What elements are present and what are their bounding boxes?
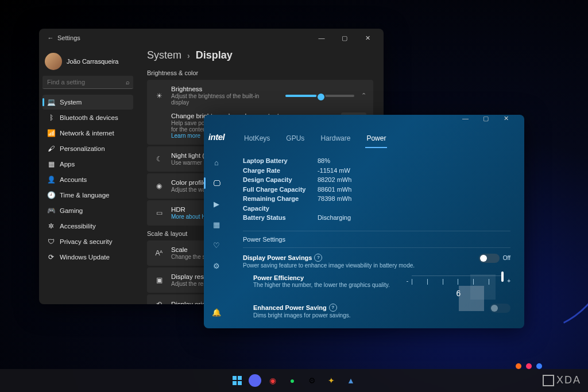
eps-title: Enhanced Power Saving xyxy=(253,304,327,311)
info-label: Remaining Charge Capacity xyxy=(243,194,318,213)
home-icon[interactable]: ⌂ xyxy=(207,153,226,172)
close-button[interactable]: ✕ xyxy=(356,29,379,47)
info-label: Full Charge Capacity xyxy=(243,185,318,195)
dps-toggle[interactable] xyxy=(479,254,500,263)
sidebar-item-personalization[interactable]: 🖌Personalization xyxy=(42,141,133,156)
chevron-right-icon: › xyxy=(187,51,190,60)
info-row: Battery StatusDischarging xyxy=(243,213,510,223)
scale-icon: Aᴬ xyxy=(154,249,164,257)
profile[interactable]: João Carrasqueira xyxy=(42,49,133,76)
taskbar-app-icon[interactable]: ◉ xyxy=(265,372,281,389)
nav-icon: 📶 xyxy=(47,129,55,137)
system-icon[interactable]: ▦ xyxy=(207,215,226,234)
nav-icon: 🛡 xyxy=(47,238,55,246)
support-icon[interactable]: ♡ xyxy=(207,236,226,254)
sun-icon: ☀ xyxy=(154,92,164,100)
start-button[interactable] xyxy=(229,372,245,389)
tab-gpus[interactable]: GPUs xyxy=(285,132,305,148)
xda-watermark: XDA xyxy=(543,374,581,386)
back-button[interactable]: ← xyxy=(44,34,57,41)
nav-icon: ⟳ xyxy=(47,253,55,261)
avatar xyxy=(45,53,62,70)
search-icon: ⌕ xyxy=(126,79,130,86)
eps-desc: Dims bright images for power savings. xyxy=(253,312,481,319)
hdr-icon: ▭ xyxy=(154,209,164,217)
decoration xyxy=(459,286,484,311)
taskbar-app-icon[interactable]: ● xyxy=(284,372,300,389)
taskbar: ◉ ● ⚙ ✦ ▲ xyxy=(0,369,588,392)
sidebar-item-apps[interactable]: ▦Apps xyxy=(42,157,133,172)
help-icon[interactable]: ? xyxy=(329,304,337,312)
search-input[interactable] xyxy=(42,76,133,89)
maximize-button[interactable]: ▢ xyxy=(483,115,504,132)
help-icon[interactable]: ? xyxy=(314,254,322,262)
bell-icon[interactable]: 🔔 xyxy=(207,303,226,321)
taskbar-app-icon[interactable]: ▲ xyxy=(343,372,359,389)
sidebar-item-windows-update[interactable]: ⟳Windows Update xyxy=(42,250,133,265)
maximize-button[interactable]: ▢ xyxy=(333,29,356,47)
info-value: 88202 mWh xyxy=(318,175,351,185)
battery-info-table: Laptop Battery88%Charge Rate-11514 mWDes… xyxy=(243,156,510,223)
nav-label: Accounts xyxy=(60,176,87,183)
dps-title: Display Power Savings xyxy=(243,254,312,261)
sidebar-item-time-language[interactable]: 🕘Time & language xyxy=(42,188,133,203)
brightness-slider[interactable] xyxy=(285,95,354,97)
nav-label: Network & internet xyxy=(60,130,114,137)
sidebar-item-gaming[interactable]: 🎮Gaming xyxy=(42,203,133,218)
display-icon[interactable]: 🖵 xyxy=(207,174,226,192)
info-label: Design Capacity xyxy=(243,175,318,185)
moon-icon: ☾ xyxy=(154,155,164,163)
sidebar-item-bluetooth-devices[interactable]: ᛒBluetooth & devices xyxy=(42,110,133,125)
nav-label: Windows Update xyxy=(60,254,110,261)
power-settings-header: Power Settings xyxy=(243,236,510,245)
nav-label: Privacy & security xyxy=(60,238,112,245)
info-label: Laptop Battery xyxy=(243,156,318,166)
info-row: Remaining Charge Capacity78398 mWh xyxy=(243,194,510,213)
window-title: Settings xyxy=(57,34,80,41)
nav-label: Apps xyxy=(60,161,75,168)
tab-hotkeys[interactable]: HotKeys xyxy=(243,132,271,148)
tab-power[interactable]: Power xyxy=(365,132,387,148)
info-row: Design Capacity88202 mWh xyxy=(243,175,510,185)
svg-rect-2 xyxy=(233,381,237,385)
sidebar-item-system[interactable]: 💻System xyxy=(42,95,133,110)
minimize-button[interactable]: — xyxy=(310,29,333,47)
taskbar-app-icon[interactable] xyxy=(249,374,261,387)
settings-gear-icon[interactable]: ⚙ xyxy=(207,257,226,275)
brightness-sub: Adjust the brightness of the built-in di… xyxy=(171,93,278,106)
taskbar-app-icon[interactable]: ⚙ xyxy=(304,372,320,389)
nav-label: Personalization xyxy=(60,145,105,152)
info-value: -11514 mW xyxy=(318,166,350,176)
svg-rect-1 xyxy=(238,376,242,380)
tab-hardware[interactable]: Hardware xyxy=(319,132,351,148)
minimize-button[interactable]: — xyxy=(462,115,483,132)
info-row: Laptop Battery88% xyxy=(243,156,510,166)
monitor-icon: ▣ xyxy=(154,276,164,284)
settings-sidebar: João Carrasqueira ⌕ 💻SystemᛒBluetooth & … xyxy=(39,47,137,304)
chevron-up-icon[interactable]: ⌃ xyxy=(361,92,366,99)
breadcrumb-system[interactable]: System xyxy=(147,49,181,61)
info-value: 88601 mWh xyxy=(318,185,351,195)
intel-logo: intel xyxy=(208,132,225,142)
video-icon[interactable]: ▶ xyxy=(207,195,226,213)
rotate-icon: ⟲ xyxy=(154,300,164,304)
learn-more-link[interactable]: Learn more xyxy=(171,133,200,139)
brightness-title: Brightness xyxy=(171,86,278,92)
sidebar-item-accounts[interactable]: 👤Accounts xyxy=(42,172,133,187)
sidebar-item-network-internet[interactable]: 📶Network & internet xyxy=(42,126,133,141)
nav-label: Time & language xyxy=(60,192,110,199)
taskbar-app-icon[interactable]: ✦ xyxy=(323,372,339,389)
svg-rect-3 xyxy=(238,381,242,385)
breadcrumb: System › Display xyxy=(147,49,373,61)
intel-titlebar: — ▢ ✕ xyxy=(204,115,524,132)
info-label: Battery Status xyxy=(243,213,318,223)
intel-window: — ▢ ✕ intel ⌂ 🖵 ▶ ▦ ♡ ⚙ 🔔 HotKeysGPUsHar… xyxy=(204,115,524,328)
dps-state: Off xyxy=(503,255,510,261)
close-button[interactable]: ✕ xyxy=(504,115,524,132)
sidebar-item-privacy-security[interactable]: 🛡Privacy & security xyxy=(42,234,133,249)
info-label: Charge Rate xyxy=(243,166,318,176)
dps-desc: Power saving feature to enhance image vi… xyxy=(243,262,470,269)
palette-icon: ◉ xyxy=(154,182,164,190)
sidebar-item-accessibility[interactable]: ✲Accessibility xyxy=(42,219,133,234)
nav-icon: 💻 xyxy=(47,98,55,106)
